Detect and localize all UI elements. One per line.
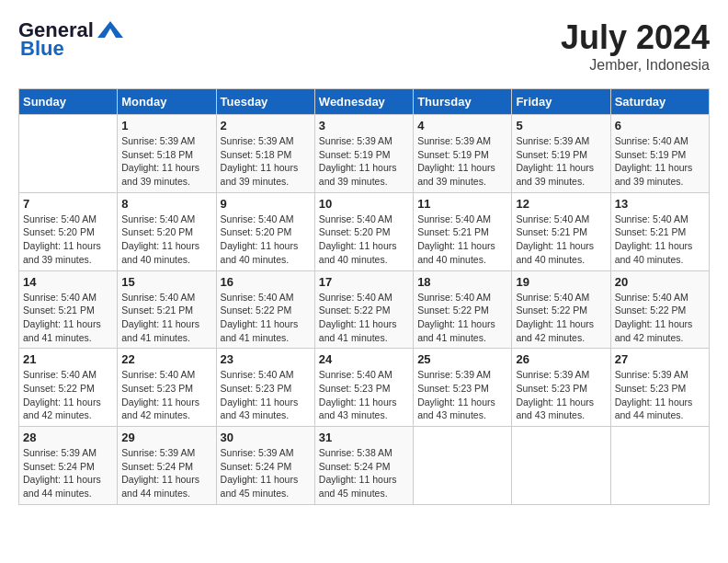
calendar-cell: 6Sunrise: 5:40 AM Sunset: 5:19 PM Daylig…	[610, 115, 709, 193]
day-number: 2	[221, 119, 311, 132]
weekday-header-row: SundayMondayTuesdayWednesdayThursdayFrid…	[19, 89, 710, 115]
day-info: Sunrise: 5:40 AM Sunset: 5:20 PM Dayligh…	[319, 213, 409, 267]
calendar-cell: 20Sunrise: 5:40 AM Sunset: 5:22 PM Dayli…	[610, 270, 709, 349]
day-number: 30	[221, 431, 311, 444]
day-number: 12	[516, 197, 606, 211]
calendar-cell: 3Sunrise: 5:39 AM Sunset: 5:19 PM Daylig…	[314, 115, 413, 193]
page-header: General Blue July 2024 Jember, Indonesia	[18, 18, 710, 74]
calendar-cell: 1Sunrise: 5:39 AM Sunset: 5:18 PM Daylig…	[118, 115, 216, 193]
day-number: 6	[615, 119, 705, 132]
day-info: Sunrise: 5:40 AM Sunset: 5:22 PM Dayligh…	[417, 291, 507, 345]
calendar-cell	[414, 427, 512, 505]
day-number: 22	[121, 352, 211, 366]
calendar-week-row: 28Sunrise: 5:39 AM Sunset: 5:24 PM Dayli…	[19, 427, 710, 505]
day-info: Sunrise: 5:40 AM Sunset: 5:22 PM Dayligh…	[615, 291, 705, 345]
location-subtitle: Jember, Indonesia	[561, 57, 710, 74]
day-info: Sunrise: 5:40 AM Sunset: 5:19 PM Dayligh…	[615, 134, 705, 189]
day-number: 4	[417, 119, 507, 132]
calendar-cell: 22Sunrise: 5:40 AM Sunset: 5:23 PM Dayli…	[118, 349, 216, 427]
svg-marker-0	[97, 21, 123, 38]
calendar-cell: 29Sunrise: 5:39 AM Sunset: 5:24 PM Dayli…	[118, 427, 216, 505]
calendar-cell: 17Sunrise: 5:40 AM Sunset: 5:22 PM Dayli…	[314, 270, 413, 349]
logo-blue: Blue	[20, 37, 64, 61]
day-info: Sunrise: 5:39 AM Sunset: 5:24 PM Dayligh…	[121, 446, 211, 500]
title-block: July 2024 Jember, Indonesia	[561, 18, 710, 74]
day-info: Sunrise: 5:39 AM Sunset: 5:18 PM Dayligh…	[221, 134, 311, 189]
weekday-header-monday: Monday	[118, 89, 216, 115]
day-info: Sunrise: 5:40 AM Sunset: 5:23 PM Dayligh…	[221, 368, 311, 422]
day-number: 18	[417, 275, 507, 289]
day-info: Sunrise: 5:39 AM Sunset: 5:19 PM Dayligh…	[516, 134, 606, 189]
calendar-cell: 23Sunrise: 5:40 AM Sunset: 5:23 PM Dayli…	[216, 349, 314, 427]
day-info: Sunrise: 5:40 AM Sunset: 5:20 PM Dayligh…	[23, 213, 113, 267]
day-info: Sunrise: 5:39 AM Sunset: 5:19 PM Dayligh…	[319, 134, 409, 189]
day-number: 11	[417, 197, 507, 211]
day-info: Sunrise: 5:39 AM Sunset: 5:24 PM Dayligh…	[23, 446, 113, 500]
day-number: 25	[417, 352, 507, 366]
calendar-cell: 5Sunrise: 5:39 AM Sunset: 5:19 PM Daylig…	[512, 115, 610, 193]
calendar-cell: 14Sunrise: 5:40 AM Sunset: 5:21 PM Dayli…	[19, 270, 118, 349]
day-number: 27	[615, 352, 705, 366]
calendar-week-row: 7Sunrise: 5:40 AM Sunset: 5:20 PM Daylig…	[19, 192, 710, 270]
day-number: 8	[121, 197, 211, 211]
weekday-header-wednesday: Wednesday	[314, 89, 413, 115]
day-number: 23	[221, 352, 311, 366]
day-number: 31	[319, 431, 409, 444]
day-info: Sunrise: 5:40 AM Sunset: 5:21 PM Dayligh…	[23, 291, 113, 345]
calendar-cell: 25Sunrise: 5:39 AM Sunset: 5:23 PM Dayli…	[414, 349, 512, 427]
calendar-cell: 13Sunrise: 5:40 AM Sunset: 5:21 PM Dayli…	[610, 192, 709, 270]
calendar-cell: 28Sunrise: 5:39 AM Sunset: 5:24 PM Dayli…	[19, 427, 118, 505]
logo: General Blue	[18, 18, 123, 61]
calendar-cell: 30Sunrise: 5:39 AM Sunset: 5:24 PM Dayli…	[216, 427, 314, 505]
day-info: Sunrise: 5:39 AM Sunset: 5:24 PM Dayligh…	[221, 446, 311, 500]
day-info: Sunrise: 5:39 AM Sunset: 5:23 PM Dayligh…	[615, 368, 705, 422]
day-info: Sunrise: 5:39 AM Sunset: 5:18 PM Dayligh…	[121, 134, 211, 189]
calendar-cell: 15Sunrise: 5:40 AM Sunset: 5:21 PM Dayli…	[118, 270, 216, 349]
calendar-cell: 7Sunrise: 5:40 AM Sunset: 5:20 PM Daylig…	[19, 192, 118, 270]
day-info: Sunrise: 5:40 AM Sunset: 5:23 PM Dayligh…	[121, 368, 211, 422]
weekday-header-sunday: Sunday	[19, 89, 118, 115]
day-info: Sunrise: 5:40 AM Sunset: 5:22 PM Dayligh…	[221, 291, 311, 345]
day-number: 19	[516, 275, 606, 289]
day-info: Sunrise: 5:39 AM Sunset: 5:23 PM Dayligh…	[417, 368, 507, 422]
calendar-cell: 21Sunrise: 5:40 AM Sunset: 5:22 PM Dayli…	[19, 349, 118, 427]
weekday-header-thursday: Thursday	[414, 89, 512, 115]
calendar-week-row: 14Sunrise: 5:40 AM Sunset: 5:21 PM Dayli…	[19, 270, 710, 349]
day-number: 20	[615, 275, 705, 289]
day-info: Sunrise: 5:40 AM Sunset: 5:21 PM Dayligh…	[615, 213, 705, 267]
calendar-cell: 31Sunrise: 5:38 AM Sunset: 5:24 PM Dayli…	[314, 427, 413, 505]
day-info: Sunrise: 5:40 AM Sunset: 5:21 PM Dayligh…	[417, 213, 507, 267]
day-number: 16	[221, 275, 311, 289]
day-number: 7	[23, 197, 113, 211]
day-number: 17	[319, 275, 409, 289]
calendar-cell: 16Sunrise: 5:40 AM Sunset: 5:22 PM Dayli…	[216, 270, 314, 349]
calendar-cell: 2Sunrise: 5:39 AM Sunset: 5:18 PM Daylig…	[216, 115, 314, 193]
calendar-cell: 9Sunrise: 5:40 AM Sunset: 5:20 PM Daylig…	[216, 192, 314, 270]
day-number: 14	[23, 275, 113, 289]
weekday-header-friday: Friday	[512, 89, 610, 115]
day-info: Sunrise: 5:40 AM Sunset: 5:21 PM Dayligh…	[121, 291, 211, 345]
weekday-header-saturday: Saturday	[610, 89, 709, 115]
day-info: Sunrise: 5:40 AM Sunset: 5:22 PM Dayligh…	[319, 291, 409, 345]
day-number: 13	[615, 197, 705, 211]
day-number: 28	[23, 431, 113, 444]
day-number: 1	[121, 119, 211, 132]
day-info: Sunrise: 5:39 AM Sunset: 5:19 PM Dayligh…	[417, 134, 507, 189]
day-number: 21	[23, 352, 113, 366]
calendar-cell	[610, 427, 709, 505]
day-number: 15	[121, 275, 211, 289]
day-info: Sunrise: 5:40 AM Sunset: 5:22 PM Dayligh…	[23, 368, 113, 422]
day-number: 3	[319, 119, 409, 132]
calendar-cell: 10Sunrise: 5:40 AM Sunset: 5:20 PM Dayli…	[314, 192, 413, 270]
calendar-cell	[512, 427, 610, 505]
day-info: Sunrise: 5:40 AM Sunset: 5:23 PM Dayligh…	[319, 368, 409, 422]
calendar-cell	[19, 115, 118, 193]
day-info: Sunrise: 5:40 AM Sunset: 5:21 PM Dayligh…	[516, 213, 606, 267]
day-number: 5	[516, 119, 606, 132]
day-info: Sunrise: 5:40 AM Sunset: 5:20 PM Dayligh…	[221, 213, 311, 267]
calendar-cell: 26Sunrise: 5:39 AM Sunset: 5:23 PM Dayli…	[512, 349, 610, 427]
month-year-title: July 2024	[561, 18, 710, 57]
calendar-week-row: 1Sunrise: 5:39 AM Sunset: 5:18 PM Daylig…	[19, 115, 710, 193]
calendar-cell: 4Sunrise: 5:39 AM Sunset: 5:19 PM Daylig…	[414, 115, 512, 193]
calendar-cell: 18Sunrise: 5:40 AM Sunset: 5:22 PM Dayli…	[414, 270, 512, 349]
